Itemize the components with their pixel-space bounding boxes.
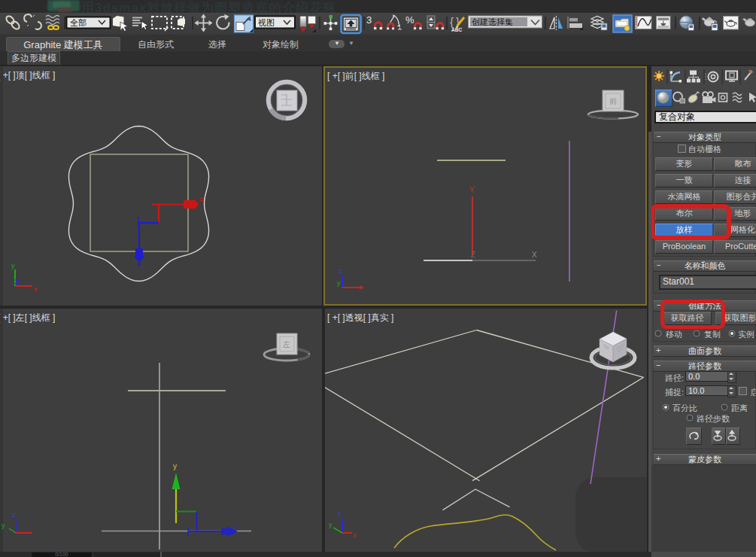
svg-text:全部: 全部 <box>70 18 87 27</box>
svg-text:y: y <box>337 279 341 287</box>
svg-text:Y: Y <box>469 186 475 194</box>
svg-text:z: z <box>236 522 240 530</box>
svg-text:创建选择集: 创建选择集 <box>472 17 513 26</box>
svg-text:z: z <box>339 267 342 275</box>
svg-text:y: y <box>11 262 15 269</box>
svg-text:ABC: ABC <box>451 27 462 32</box>
svg-text:视图: 视图 <box>258 18 275 27</box>
svg-text:X: X <box>532 251 537 259</box>
svg-text:3: 3 <box>366 14 372 26</box>
svg-text:前: 前 <box>609 97 617 105</box>
svg-text:z: z <box>12 511 16 519</box>
svg-text:y: y <box>329 521 332 528</box>
svg-text:z: z <box>338 510 342 518</box>
svg-text:y: y <box>2 522 5 529</box>
svg-text:左: 左 <box>283 340 290 349</box>
svg-text:x: x <box>353 531 357 539</box>
svg-text:Z: Z <box>471 251 475 259</box>
svg-text:%: % <box>405 14 414 26</box>
svg-text:y: y <box>173 462 177 470</box>
svg-text:x: x <box>34 285 38 293</box>
